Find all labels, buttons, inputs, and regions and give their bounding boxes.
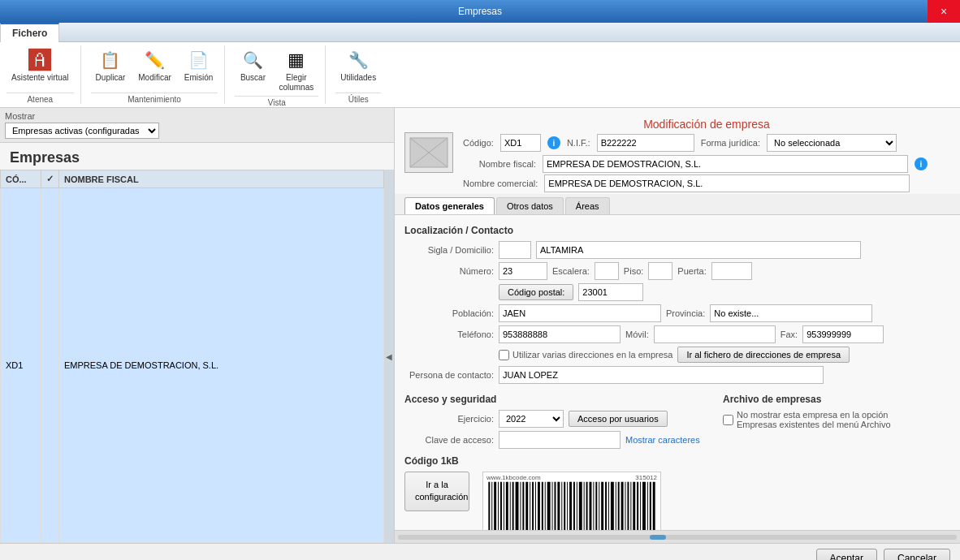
localizacion-form: Sigla / Domicilio: Número: Escalera: Pis…: [404, 241, 950, 384]
ribbon-item-buscar[interactable]: 🔍 Buscar: [235, 45, 270, 84]
codigo-postal-input[interactable]: [578, 283, 643, 301]
mostrar-caracteres-link[interactable]: Mostrar caracteres: [625, 435, 700, 445]
tab-otros-datos[interactable]: Otros datos: [496, 197, 564, 214]
ribbon: Fichero 🅰 Asistente virtual Atenea 📋 Dup…: [0, 23, 960, 108]
forma-juridica-select[interactable]: No seleccionada: [767, 134, 897, 152]
svg-rect-38: [595, 482, 597, 530]
codigo-info-icon[interactable]: i: [547, 136, 560, 149]
ejercicio-select[interactable]: 2022: [499, 410, 564, 428]
svg-rect-23: [547, 482, 551, 530]
table-row[interactable]: XD1 EMPRESA DE DEMOSTRACION, S.L.: [1, 188, 384, 543]
codigo-1kb-title: Código 1kB: [404, 455, 950, 467]
svg-rect-25: [554, 482, 556, 530]
svg-rect-55: [650, 482, 651, 530]
buscar-icon: 🔍: [240, 47, 266, 73]
svg-rect-43: [611, 482, 614, 530]
left-show-section: Mostrar Empresas activas (configuradas p…: [0, 108, 394, 143]
poblacion-input[interactable]: [499, 304, 661, 322]
codigo-input[interactable]: [500, 134, 541, 152]
tab-fichero[interactable]: Fichero: [0, 23, 59, 42]
ribbon-group-vista-label: Vista: [235, 96, 318, 107]
svg-rect-40: [601, 482, 603, 530]
clave-acceso-label: Clave de acceso:: [404, 435, 494, 445]
poblacion-label: Población:: [404, 308, 494, 318]
numero-input[interactable]: [499, 262, 547, 280]
provincia-label: Provincia:: [666, 308, 705, 318]
utilidades-icon: 🔧: [345, 47, 371, 73]
svg-rect-42: [608, 482, 609, 530]
modificar-label: Modificar: [138, 73, 171, 83]
ribbon-item-asistente[interactable]: 🅰 Asistente virtual: [6, 45, 74, 84]
provincia-input[interactable]: [710, 304, 872, 322]
ribbon-item-utilidades[interactable]: 🔧 Utilidades: [335, 45, 381, 84]
svg-rect-8: [500, 482, 502, 530]
acceso-seguridad-col: Acceso y seguridad Ejercicio: 2022 Acces…: [404, 390, 710, 449]
cancelar-button[interactable]: Cancelar: [884, 549, 950, 561]
puerta-input[interactable]: [711, 262, 752, 280]
show-dropdown[interactable]: Empresas activas (configuradas pa:: [5, 123, 159, 139]
svg-rect-46: [621, 482, 624, 530]
ribbon-item-emision[interactable]: 📄 Emisión: [179, 45, 218, 84]
ir-configuracion-btn[interactable]: Ir a la configuración: [404, 472, 469, 511]
movil-input[interactable]: [654, 325, 776, 343]
show-label: Mostrar: [5, 111, 389, 121]
sigla-row: Sigla / Domicilio:: [404, 241, 950, 259]
bottom-bar: Aceptar Cancelar: [0, 543, 960, 560]
nombre-fiscal-input[interactable]: [543, 155, 908, 173]
acceso-usuarios-btn[interactable]: Acceso por usuarios: [569, 411, 668, 427]
ribbon-item-modificar[interactable]: ✏️ Modificar: [133, 45, 176, 84]
cell-cod: XD1: [1, 188, 41, 543]
telefono-label: Teléfono:: [404, 330, 494, 339]
checkbox-varias-direcciones-input[interactable]: [499, 350, 509, 360]
svg-rect-49: [630, 482, 631, 530]
nif-input[interactable]: [597, 134, 694, 152]
nombre-comercial-input[interactable]: [544, 174, 910, 192]
asistente-icon: 🅰: [27, 47, 53, 73]
ribbon-group-mantenimiento: 📋 Duplicar ✏️ Modificar 📄 Emisión Manten…: [91, 45, 226, 104]
clave-acceso-input[interactable]: [499, 431, 621, 449]
no-mostrar-checkbox[interactable]: [723, 415, 733, 425]
scrollbar-thumb[interactable]: [650, 535, 666, 540]
checkbox-direcciones-row: Utilizar varias direcciones en la empres…: [404, 347, 950, 363]
piso-input[interactable]: [648, 262, 672, 280]
svg-rect-15: [522, 482, 524, 530]
poblacion-row: Población: Provincia:: [404, 304, 950, 322]
acceso-section-title: Acceso y seguridad: [404, 394, 710, 405]
svg-rect-27: [561, 482, 562, 530]
ribbon-group-atenea-label: Atenea: [6, 93, 74, 104]
no-mostrar-checkbox-row: No mostrar esta empresa en la opción Emp…: [723, 410, 950, 429]
fax-input[interactable]: [802, 325, 884, 343]
nombre-fiscal-info-icon[interactable]: i: [915, 157, 928, 170]
codigo-postal-button[interactable]: Código postal:: [499, 284, 573, 300]
ribbon-group-utiles-label: Útiles: [335, 93, 381, 104]
col-header-check: ✓: [41, 170, 59, 188]
movil-label: Móvil:: [625, 330, 649, 339]
ribbon-content: 🅰 Asistente virtual Atenea 📋 Duplicar ✏️…: [0, 42, 960, 107]
domicilio-input[interactable]: [536, 241, 861, 259]
tab-datos-generales[interactable]: Datos generales: [404, 197, 495, 214]
svg-rect-33: [579, 482, 582, 530]
collapse-panel-arrow[interactable]: ◀: [384, 170, 394, 543]
escalera-input[interactable]: [595, 262, 619, 280]
numero-label: Número:: [404, 266, 494, 276]
persona-contacto-row: Persona de contacto:: [404, 366, 950, 384]
telefono-input[interactable]: [499, 325, 621, 343]
aceptar-button[interactable]: Aceptar: [816, 549, 877, 561]
scrollbar[interactable]: [395, 530, 960, 543]
svg-rect-51: [637, 482, 638, 530]
persona-contacto-input[interactable]: [499, 366, 824, 384]
svg-rect-5: [491, 482, 492, 530]
ribbon-item-elegir-columnas[interactable]: ▦ Elegircolumnas: [274, 45, 318, 94]
svg-rect-24: [552, 482, 553, 530]
tab-areas[interactable]: Áreas: [565, 197, 610, 214]
two-columns-section: Acceso y seguridad Ejercicio: 2022 Acces…: [404, 390, 950, 449]
ribbon-item-duplicar[interactable]: 📋 Duplicar: [91, 45, 131, 84]
close-button[interactable]: ×: [928, 0, 960, 23]
ribbon-items-mantenimiento: 📋 Duplicar ✏️ Modificar 📄 Emisión: [91, 45, 218, 91]
btn-ir-fichero-direcciones[interactable]: Ir al fichero de direcciones de empresa: [677, 347, 850, 363]
ejercicio-row: Ejercicio: 2022 Acceso por usuarios: [404, 410, 710, 428]
svg-rect-28: [564, 482, 565, 530]
numero-row: Número: Escalera: Piso: Puerta:: [404, 262, 950, 280]
main-layout: Mostrar Empresas activas (configuradas p…: [0, 108, 960, 543]
sigla-input[interactable]: [499, 241, 531, 259]
